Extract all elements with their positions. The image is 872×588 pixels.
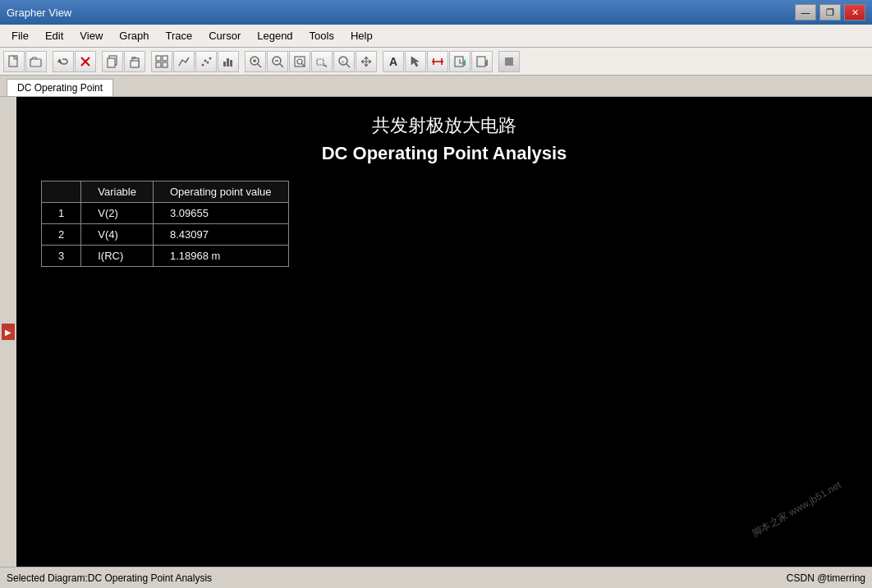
table-row: 1 V(2) 3.09655 xyxy=(42,203,289,224)
svg-rect-9 xyxy=(156,56,161,61)
paste-button[interactable] xyxy=(124,51,145,72)
svg-rect-8 xyxy=(131,61,139,67)
menu-edit[interactable]: Edit xyxy=(37,26,71,45)
variable-2: V(4) xyxy=(81,224,154,246)
svg-rect-38 xyxy=(455,57,463,67)
content-area: ▶ 共发射极放大电路 DC Operating Point Analysis V… xyxy=(0,97,872,567)
restore-button[interactable]: ❐ xyxy=(819,4,841,21)
status-bar: Selected Diagram:DC Operating Point Anal… xyxy=(0,567,872,588)
open-button[interactable] xyxy=(25,51,47,72)
symbol-button[interactable] xyxy=(427,51,448,72)
row-num-1: 1 xyxy=(42,203,81,224)
watermark: 脚本之家 www.jb51.net xyxy=(750,477,845,541)
svg-point-15 xyxy=(207,61,209,63)
svg-point-14 xyxy=(204,59,207,62)
window-controls: — ❐ ✕ xyxy=(795,4,865,21)
tab-dc-operating-point[interactable]: DC Operating Point xyxy=(7,79,113,96)
status-text: Selected Diagram:DC Operating Point Anal… xyxy=(7,572,212,584)
svg-rect-5 xyxy=(108,58,115,67)
scroll-arrow-button[interactable]: ▶ xyxy=(2,324,15,340)
left-panel: ▶ xyxy=(0,97,16,567)
bar-graph-button[interactable] xyxy=(218,51,239,72)
operating-point-table: Variable Operating point value 1 V(2) 3.… xyxy=(41,181,289,267)
text-button[interactable]: A xyxy=(383,51,404,72)
menu-view[interactable]: View xyxy=(71,26,111,45)
svg-rect-18 xyxy=(227,58,229,67)
variable-3: I(RC) xyxy=(81,246,154,267)
import-button[interactable] xyxy=(471,51,493,72)
svg-rect-11 xyxy=(156,62,161,67)
col-header-num xyxy=(42,181,81,203)
stop-button[interactable] xyxy=(498,51,520,72)
zoom-region-button[interactable] xyxy=(311,51,333,72)
menu-cursor[interactable]: Cursor xyxy=(200,26,249,45)
tab-bar: DC Operating Point xyxy=(0,76,872,97)
row-num-2: 2 xyxy=(42,224,81,246)
svg-rect-40 xyxy=(505,57,513,66)
graph-title-chinese: 共发射极放大电路 xyxy=(33,113,856,138)
svg-rect-12 xyxy=(163,62,168,67)
scatter-button[interactable] xyxy=(195,51,217,72)
svg-point-13 xyxy=(202,63,204,66)
svg-rect-17 xyxy=(223,62,226,67)
data-table-container: Variable Operating point value 1 V(2) 3.… xyxy=(33,181,856,267)
graph-canvas: 共发射极放大电路 DC Operating Point Analysis Var… xyxy=(16,97,872,567)
copy-button[interactable] xyxy=(102,51,123,72)
close-button[interactable]: ✕ xyxy=(844,4,865,21)
svg-line-33 xyxy=(347,64,350,67)
new-button[interactable] xyxy=(3,51,25,72)
variable-1: V(2) xyxy=(81,203,154,224)
table-row: 2 V(4) 8.43097 xyxy=(42,224,289,246)
zoom-fit-button[interactable] xyxy=(289,51,310,72)
title-bar: Grapher View — ❐ ✕ xyxy=(0,0,872,25)
zoom-x-button[interactable]: x xyxy=(333,51,355,72)
menu-file[interactable]: File xyxy=(3,26,37,45)
menu-bar: File Edit View Graph Trace Cursor Legend… xyxy=(0,25,872,48)
svg-line-21 xyxy=(258,64,261,67)
zoom-in-button[interactable] xyxy=(245,51,266,72)
toolbar: x A xyxy=(0,48,872,76)
svg-rect-7 xyxy=(131,57,136,59)
line-graph-button[interactable] xyxy=(173,51,195,72)
svg-line-25 xyxy=(280,64,283,67)
graph-title-english: DC Operating Point Analysis xyxy=(33,143,856,164)
menu-graph[interactable]: Graph xyxy=(111,26,157,45)
svg-line-31 xyxy=(324,65,327,67)
menu-legend[interactable]: Legend xyxy=(249,26,301,45)
svg-rect-30 xyxy=(317,59,324,65)
svg-rect-19 xyxy=(230,60,232,67)
pan-button[interactable] xyxy=(356,51,377,72)
zoom-out-button[interactable] xyxy=(267,51,288,72)
row-num-3: 3 xyxy=(42,246,81,267)
cursor-button[interactable] xyxy=(405,51,426,72)
value-2: 8.43097 xyxy=(153,224,288,246)
undo-button[interactable] xyxy=(53,51,74,72)
svg-text:x: x xyxy=(342,59,344,64)
status-right: CSDN @timerring xyxy=(787,572,865,584)
value-1: 3.09655 xyxy=(153,203,288,224)
menu-tools[interactable]: Tools xyxy=(301,26,342,45)
delete-button[interactable] xyxy=(75,51,96,72)
export-graph-button[interactable] xyxy=(449,51,470,72)
menu-trace[interactable]: Trace xyxy=(157,26,200,45)
svg-point-16 xyxy=(209,57,212,59)
svg-rect-10 xyxy=(163,56,168,61)
svg-rect-1 xyxy=(30,59,41,67)
value-3: 1.18968 m xyxy=(153,246,288,267)
grid-button[interactable] xyxy=(151,51,172,72)
svg-rect-39 xyxy=(477,57,485,67)
minimize-button[interactable]: — xyxy=(795,4,816,21)
col-header-variable: Variable xyxy=(81,181,154,203)
col-header-value: Operating point value xyxy=(153,181,288,203)
menu-help[interactable]: Help xyxy=(342,26,381,45)
window-title: Grapher View xyxy=(7,7,71,19)
table-row: 3 I(RC) 1.18968 m xyxy=(42,246,289,267)
